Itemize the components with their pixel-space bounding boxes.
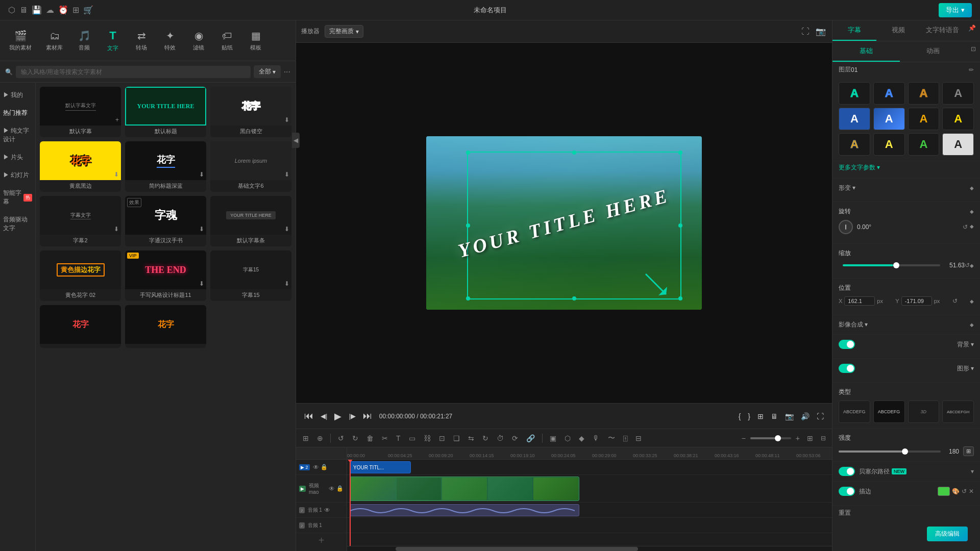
template-basic-text6[interactable]: Lorem ipsum ⬇ 基础文字6 <box>210 141 291 192</box>
fit-button[interactable]: ⊞ <box>804 433 816 444</box>
transform-keyframe[interactable]: ◆ <box>970 185 974 191</box>
layout-toggle[interactable]: ⊟ <box>819 434 828 443</box>
add-track-button[interactable]: + <box>296 533 347 547</box>
quality-select[interactable]: 完整画质 ▾ <box>325 25 363 38</box>
transform-toggle[interactable]: 形变 ▾ <box>839 184 855 192</box>
handle-tl[interactable] <box>466 151 470 155</box>
template-default-title[interactable]: YOUR TITLE HERE 默认标题 <box>125 87 206 137</box>
delete-button[interactable]: 🗑 <box>364 433 376 444</box>
crop-button[interactable]: ▭ <box>406 433 418 444</box>
shape-type-dark[interactable]: ABCDEFG <box>873 400 905 423</box>
audio-clip[interactable] <box>350 504 579 516</box>
handle-ml[interactable] <box>466 223 470 228</box>
scrollbar-thumb[interactable] <box>396 547 638 551</box>
tl-subtitle-btn[interactable]: ⍐ <box>621 433 630 444</box>
tool-transition[interactable]: ⇄ 转场 <box>129 27 154 55</box>
handle-bm[interactable] <box>572 296 576 300</box>
clone-button[interactable]: ❑ <box>451 433 462 444</box>
mirror-button[interactable]: ⇆ <box>465 433 477 444</box>
position-reset[interactable]: ↺ <box>952 297 958 305</box>
play-button[interactable]: ▶ <box>332 409 344 424</box>
handle-mr[interactable] <box>678 223 682 228</box>
tool-media-lib[interactable]: 🗂 素材库 <box>41 27 68 55</box>
template-simple-dark-blue[interactable]: 花字 ⬇ 简约标题深蓝 <box>125 141 206 192</box>
template-yellow-flower[interactable]: 黄色描边花字 黄色花字 02 <box>40 251 121 301</box>
template-zitong[interactable]: 效果 字魂 ⬇ 字通汉汉手书 <box>125 196 206 246</box>
video-clip[interactable] <box>350 477 579 501</box>
template-default-strip[interactable]: YOUR TITLE HERE ⬇ 默认字幕条 <box>210 196 291 246</box>
video-canvas[interactable]: YOUR TITLE HERE <box>426 136 702 310</box>
font-style-dark[interactable]: A <box>942 133 974 156</box>
nav-pure-text[interactable]: ▶ 纯文字设计 <box>0 122 35 148</box>
stroke-reset[interactable]: ↺ <box>962 488 967 495</box>
tab-text-to-speech[interactable]: 文字转语音 <box>920 20 964 41</box>
reset-all-button[interactable]: 重置 <box>839 509 851 517</box>
font-style-gold-dark[interactable]: A <box>839 133 870 156</box>
tl-extract-btn[interactable]: ⊟ <box>633 433 644 444</box>
rotate-btn[interactable]: ↻ <box>480 433 491 444</box>
nav-recommended[interactable]: 热门推荐 <box>0 105 35 121</box>
redo-button[interactable]: ↻ <box>350 433 361 444</box>
nav-title[interactable]: ▶ 片头 <box>0 149 35 166</box>
template-black-hollow[interactable]: 花字 ⬇ 黑白镂空 <box>210 87 291 137</box>
stroke-delete[interactable]: ✕ <box>969 488 974 495</box>
stroke-color-picker[interactable]: 🎨 <box>952 488 960 495</box>
tl-mask-btn[interactable]: ◆ <box>576 433 587 444</box>
timeline-magnet-btn[interactable]: ⊕ <box>314 433 326 444</box>
grid-button[interactable]: ⊞ <box>755 410 766 422</box>
undo-button[interactable]: ↺ <box>335 433 347 444</box>
search-input[interactable] <box>16 66 251 78</box>
tool-my-media[interactable]: 🎬 我的素材 <box>4 27 37 55</box>
shape-type-3d[interactable]: 3D <box>908 400 940 423</box>
zoom-out-button[interactable]: − <box>739 433 748 444</box>
tool-text[interactable]: T 文字 <box>101 26 125 55</box>
font-style-green[interactable]: A <box>908 133 940 156</box>
subtab-basic[interactable]: 基础 <box>832 41 900 62</box>
skip-back-button[interactable]: ⏮ <box>302 409 315 423</box>
tool-effects[interactable]: ✦ 特效 <box>158 27 182 55</box>
template-misc2[interactable]: 花字 <box>125 305 206 348</box>
bezier-more[interactable]: ▾ <box>971 468 974 475</box>
tool-filters[interactable]: ◉ 滤镜 <box>186 27 211 55</box>
filter-dropdown[interactable]: 全部 ▾ <box>254 65 281 78</box>
timeline-scrollbar[interactable] <box>347 546 832 551</box>
font-style-blue-gradient[interactable]: A <box>873 108 905 130</box>
bracket-start-button[interactable]: { <box>737 410 743 422</box>
playhead[interactable] <box>350 460 351 546</box>
tl-video-btn[interactable]: ▣ <box>547 433 559 444</box>
blend-toggle[interactable]: 影像合成 ▾ <box>839 320 868 329</box>
tl-pip-btn[interactable]: ⬡ <box>562 433 573 444</box>
font-style-gray[interactable]: A <box>942 82 974 105</box>
cut-button[interactable]: ✂ <box>379 433 390 444</box>
nav-slides[interactable]: ▶ 幻灯片 <box>0 167 35 184</box>
export-button[interactable]: 导出 ▾ <box>939 3 972 17</box>
snapshot-button[interactable]: 📷 <box>783 410 796 422</box>
zoom-in-button[interactable]: + <box>793 433 802 444</box>
bracket-end-button[interactable]: } <box>746 410 752 422</box>
font-style-gold[interactable]: A <box>908 108 940 130</box>
handle-br[interactable] <box>678 296 682 300</box>
tl-wave-btn[interactable]: 〜 <box>605 432 618 444</box>
subtab-animation[interactable]: 动画 <box>900 41 967 62</box>
font-style-cyan[interactable]: A <box>839 82 870 105</box>
tab-subtitle[interactable]: 字幕 <box>832 20 876 41</box>
tab-video[interactable]: 视频 <box>876 20 920 41</box>
skip-forward-button[interactable]: ⏭ <box>361 409 374 423</box>
copy-button[interactable]: ⊡ <box>436 433 448 444</box>
rotation-knob[interactable] <box>839 220 853 234</box>
link-button[interactable]: ⛓ <box>421 433 433 444</box>
scale-reset[interactable]: ↺ <box>965 262 970 269</box>
frame-forward-button[interactable]: |▶ <box>347 410 357 422</box>
stroke-toggle[interactable] <box>839 487 855 496</box>
stroke-color-box[interactable] <box>938 487 950 496</box>
template-zimao15[interactable]: 字幕15 ⬇ 字幕15 <box>210 251 291 301</box>
monitor-button[interactable]: 🖥 <box>769 410 780 422</box>
template-yellow-black[interactable]: 花字 ⬇ 黄底黑边 <box>40 141 121 192</box>
template-default-sub[interactable]: 默认字幕文字 + 默认字幕 <box>40 87 121 137</box>
zoom-slider[interactable] <box>750 437 791 439</box>
strength-expand[interactable]: ⊞ <box>963 446 974 456</box>
fullscreen2-button[interactable]: ⛶ <box>815 410 826 422</box>
volume-button[interactable]: 🔊 <box>799 410 812 422</box>
advanced-edit-button[interactable]: 高级编辑 <box>927 527 968 541</box>
text-track-lock[interactable]: 🔒 <box>321 464 328 470</box>
